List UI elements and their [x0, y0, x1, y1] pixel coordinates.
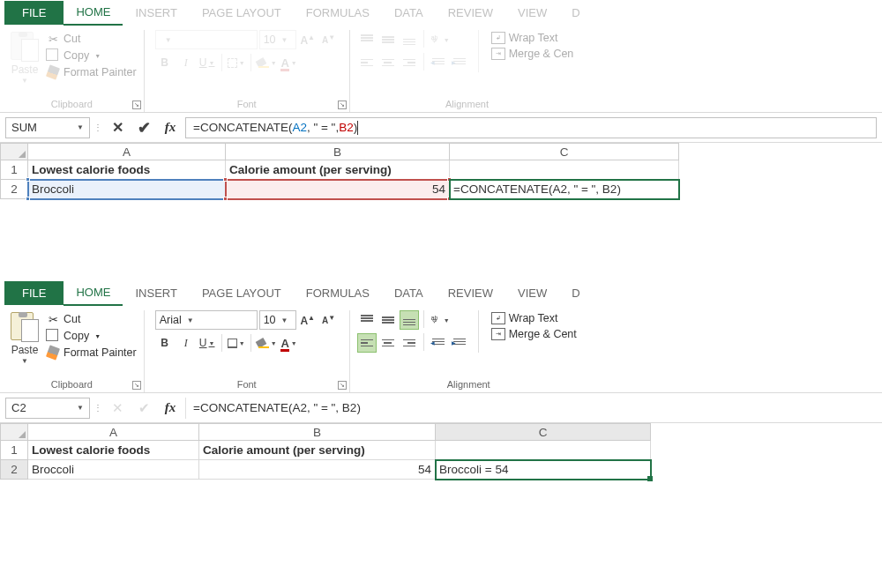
text-cursor-icon	[357, 121, 358, 135]
align-center-button[interactable]	[378, 333, 398, 353]
decrease-indent-button[interactable]	[429, 333, 448, 353]
row-header-2[interactable]: 2	[0, 460, 28, 480]
ribbon: Paste ▼ ✂ Cut Copy ▼ Format Pai	[0, 305, 882, 393]
cell-b2[interactable]: 54	[199, 460, 436, 480]
font-color-button: A▼	[280, 53, 299, 72]
cell-c1[interactable]	[436, 441, 651, 460]
cell-a2[interactable]: Broccoli	[28, 460, 199, 480]
column-header-a[interactable]: A	[28, 143, 226, 160]
confirm-formula-button[interactable]: ✔	[132, 117, 155, 138]
paste-dropdown-icon[interactable]: ▼	[21, 357, 28, 365]
align-bottom-button[interactable]	[400, 310, 419, 330]
insert-function-button[interactable]: fx	[159, 117, 182, 138]
tab-review[interactable]: REVIEW	[436, 1, 505, 25]
italic-button[interactable]: I	[176, 333, 196, 353]
copy-button: Copy ▼	[46, 48, 137, 63]
increase-indent-button[interactable]	[450, 333, 469, 353]
align-middle-button[interactable]	[378, 310, 398, 330]
tab-data[interactable]: DATA	[382, 1, 436, 25]
borders-button[interactable]: ▼	[227, 333, 246, 353]
tab-formulas[interactable]: FORMULAS	[294, 1, 382, 25]
select-all-corner[interactable]	[0, 423, 28, 441]
font-launcher-icon[interactable]: ↘	[338, 381, 347, 390]
tab-page-layout[interactable]: PAGE LAYOUT	[190, 1, 294, 25]
chevron-down-icon[interactable]: ▼	[77, 404, 84, 412]
paintbrush-icon	[46, 346, 60, 360]
underline-button: U▼	[198, 53, 217, 72]
cell-c2[interactable]: =CONCATENATE(A2, " = ", B2)	[450, 180, 679, 199]
underline-button[interactable]: U▼	[198, 333, 217, 353]
copy-button[interactable]: Copy ▼	[46, 329, 137, 343]
formula-input[interactable]: =CONCATENATE(A2, " = ", B2)	[185, 117, 877, 138]
fill-color-button[interactable]: ▼	[256, 333, 278, 353]
cell-a1[interactable]: Lowest calorie foods	[28, 160, 226, 180]
column-header-b[interactable]: B	[226, 143, 450, 160]
column-header-b[interactable]: B	[199, 423, 436, 441]
column-header-a[interactable]: A	[28, 423, 199, 441]
group-label-font: Font	[152, 99, 342, 112]
tab-data[interactable]: DATA	[382, 281, 436, 305]
wrap-text-button[interactable]: ↲ Wrap Text	[491, 312, 577, 324]
row-header-1[interactable]: 1	[0, 441, 28, 460]
insert-function-button[interactable]: fx	[159, 398, 182, 419]
align-top-button[interactable]	[357, 310, 377, 330]
bold-button[interactable]: B	[155, 333, 175, 353]
name-box[interactable]: SUM▼	[5, 117, 90, 138]
tab-file[interactable]: FILE	[4, 1, 64, 25]
select-all-corner[interactable]	[0, 143, 28, 160]
tab-page-layout[interactable]: PAGE LAYOUT	[190, 281, 294, 305]
merge-center-button[interactable]: ⇥ Merge & Cent	[491, 328, 577, 340]
cut-button[interactable]: ✂ Cut	[46, 312, 137, 326]
cell-c1[interactable]	[450, 160, 679, 180]
clipboard-launcher-icon[interactable]: ↘	[132, 381, 141, 390]
tab-file[interactable]: FILE	[4, 281, 64, 305]
font-color-button[interactable]: A▼	[280, 333, 299, 353]
cell-a1[interactable]: Lowest calorie foods	[28, 441, 199, 460]
align-bottom-button	[400, 30, 419, 49]
chevron-down-icon[interactable]: ▼	[281, 316, 288, 324]
tab-insert[interactable]: INSERT	[123, 281, 189, 305]
tab-insert[interactable]: INSERT	[123, 1, 189, 25]
cell-b1[interactable]: Calorie amount (per serving)	[199, 441, 436, 460]
tab-view[interactable]: VIEW	[505, 1, 559, 25]
row-header-2[interactable]: 2	[0, 180, 28, 199]
align-center-icon	[382, 59, 394, 67]
tab-review[interactable]: REVIEW	[436, 281, 505, 305]
tab-home[interactable]: HOME	[64, 0, 123, 26]
cell-b2[interactable]: 54	[226, 180, 450, 199]
font-size-dropdown[interactable]: 10▼	[259, 310, 296, 330]
name-box[interactable]: C2▼	[5, 398, 90, 419]
align-right-button[interactable]	[400, 333, 419, 353]
cell-a2[interactable]: Broccoli	[28, 180, 226, 199]
row-header-1[interactable]: 1	[0, 160, 28, 180]
grow-font-button[interactable]: A▲	[298, 310, 318, 330]
paste-button[interactable]: Paste ▼	[7, 310, 42, 365]
orientation-button[interactable]: a▼	[429, 310, 451, 330]
font-name-dropdown[interactable]: Arial▼	[155, 310, 258, 330]
align-right-icon	[403, 339, 415, 347]
chevron-down-icon[interactable]: ▼	[187, 316, 194, 324]
tab-formulas[interactable]: FORMULAS	[294, 281, 382, 305]
align-top-icon	[361, 34, 373, 45]
chevron-down-icon[interactable]: ▼	[77, 123, 84, 131]
align-left-button[interactable]	[357, 333, 377, 353]
wrap-text-icon: ↲	[491, 32, 505, 44]
wrap-text-label: Wrap Text	[509, 312, 558, 324]
clipboard-icon	[11, 30, 39, 63]
cell-b1[interactable]: Calorie amount (per serving)	[226, 160, 450, 180]
merge-center-button: ⇥ Merge & Cen	[491, 48, 574, 60]
column-header-c[interactable]: C	[436, 423, 651, 441]
column-header-c[interactable]: C	[450, 143, 679, 160]
tab-home[interactable]: HOME	[64, 280, 123, 306]
font-launcher-icon: ↘	[338, 100, 347, 109]
cancel-formula-button[interactable]: ✕	[106, 117, 129, 138]
formula-text: , " = ",	[307, 121, 339, 134]
tab-view[interactable]: VIEW	[505, 281, 559, 305]
format-painter-button[interactable]: Format Painter	[46, 346, 137, 360]
tab-overflow: D	[559, 1, 592, 25]
cell-c2[interactable]: Broccoli = 54	[436, 460, 651, 480]
chevron-down-icon[interactable]: ▼	[94, 333, 101, 339]
fill-handle-icon[interactable]	[647, 476, 653, 481]
formula-input[interactable]: =CONCATENATE(A2, " = ", B2)	[185, 398, 877, 419]
shrink-font-button[interactable]: A▼	[319, 310, 339, 330]
